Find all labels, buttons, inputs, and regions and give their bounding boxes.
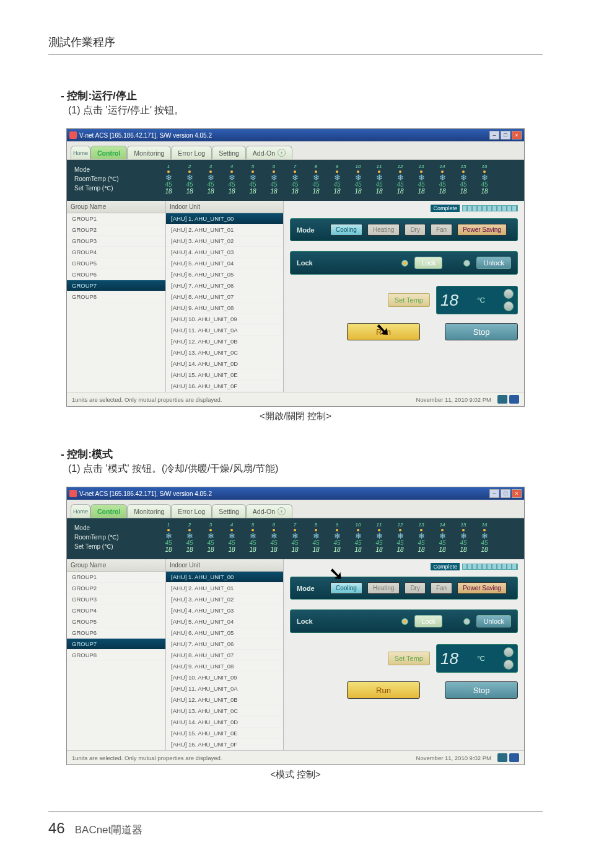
unit-row[interactable]: [AHU] 14. AHU_UNIT_0D <box>166 358 283 370</box>
unit-row[interactable]: [AHU] 14. AHU_UNIT_0D <box>166 717 283 728</box>
unlock-radio[interactable] <box>463 260 470 267</box>
mode-dry-button[interactable]: Dry <box>405 582 426 594</box>
lock-radio[interactable] <box>401 260 408 267</box>
lock-button[interactable]: Lock <box>414 257 442 269</box>
lock-radio[interactable] <box>401 618 408 625</box>
tab-monitoring[interactable]: Monitoring <box>127 146 171 159</box>
group-row[interactable]: GROUP8 <box>67 650 165 661</box>
mode-cooling-button[interactable]: Cooling <box>330 224 362 236</box>
unit-row[interactable]: [AHU] 5. AHU_UNIT_04 <box>166 616 283 627</box>
plus-icon[interactable]: + <box>278 507 286 515</box>
unit-row[interactable]: [AHU] 13. AHU_UNIT_0C <box>166 706 283 717</box>
group-row[interactable]: GROUP3 <box>67 236 165 247</box>
group-row[interactable]: GROUP5 <box>67 616 165 627</box>
unit-row[interactable]: [AHU] 11. AHU_UNIT_0A <box>166 325 283 336</box>
mode-cooling-button[interactable]: Cooling <box>330 582 362 594</box>
unit-index: 8 <box>315 164 317 169</box>
unit-row[interactable]: [AHU] 1. AHU_UNIT_00 <box>166 572 283 583</box>
unlock-button[interactable]: Unlock <box>476 615 511 627</box>
mode-panel-label: Mode <box>297 226 325 234</box>
unit-row[interactable]: [AHU] 13. AHU_UNIT_0C <box>166 347 283 358</box>
unit-row[interactable]: [AHU] 4. AHU_UNIT_03 <box>166 247 283 258</box>
group-row[interactable]: GROUP1 <box>67 572 165 583</box>
unit-row[interactable]: [AHU] 5. AHU_UNIT_04 <box>166 258 283 269</box>
unit-row[interactable]: [AHU] 6. AHU_UNIT_05 <box>166 269 283 280</box>
unit-row[interactable]: [AHU] 1. AHU_UNIT_00 <box>166 213 283 224</box>
unit-row[interactable]: [AHU] 4. AHU_UNIT_03 <box>166 605 283 616</box>
group-row[interactable]: GROUP7 <box>67 639 165 650</box>
minimize-button[interactable]: – <box>489 489 499 498</box>
unit-row[interactable]: [AHU] 16. AHU_UNIT_0F <box>166 381 283 392</box>
strip-unit-col: 2❄4518 <box>181 164 198 195</box>
unit-row[interactable]: [AHU] 12. AHU_UNIT_0B <box>166 694 283 706</box>
mode-fan-button[interactable]: Fan <box>431 582 452 594</box>
tab-setting[interactable]: Setting <box>212 504 246 518</box>
unit-row[interactable]: [AHU] 15. AHU_UNIT_0E <box>166 728 283 739</box>
tab-home[interactable]: Home <box>71 146 90 159</box>
tab-addon[interactable]: Add-On+ <box>246 146 292 159</box>
mode-heating-button[interactable]: Heating <box>367 582 400 594</box>
group-row[interactable]: GROUP5 <box>67 258 165 269</box>
unlock-radio[interactable] <box>463 618 470 625</box>
close-button[interactable]: × <box>512 131 522 140</box>
tab-error-log[interactable]: Error Log <box>171 504 212 518</box>
group-row[interactable]: GROUP6 <box>67 627 165 639</box>
maximize-button[interactable]: □ <box>501 489 510 498</box>
run-button[interactable]: Run <box>347 323 420 340</box>
mode-fan-button[interactable]: Fan <box>431 224 452 236</box>
group-row[interactable]: GROUP7 <box>67 280 165 291</box>
group-row[interactable]: GROUP1 <box>67 213 165 224</box>
temp-down-button[interactable] <box>504 301 514 311</box>
snowflake-icon: ❄ <box>292 533 299 539</box>
group-row[interactable]: GROUP4 <box>67 247 165 258</box>
unit-row[interactable]: [AHU] 6. AHU_UNIT_05 <box>166 627 283 639</box>
close-button[interactable]: × <box>512 489 522 498</box>
mode-dry-button[interactable]: Dry <box>405 224 426 236</box>
unit-row[interactable]: [AHU] 9. AHU_UNIT_08 <box>166 661 283 672</box>
mode-powersaving-button[interactable]: Power Saving <box>457 224 507 236</box>
temp-down-button[interactable] <box>504 660 514 670</box>
run-button[interactable]: Run <box>347 681 420 699</box>
group-row[interactable]: GROUP3 <box>67 594 165 605</box>
unit-row[interactable]: [AHU] 8. AHU_UNIT_07 <box>166 291 283 303</box>
group-row[interactable]: GROUP8 <box>67 291 165 303</box>
unit-row[interactable]: [AHU] 7. AHU_UNIT_06 <box>166 280 283 291</box>
unit-row[interactable]: [AHU] 3. AHU_UNIT_02 <box>166 236 283 247</box>
maximize-button[interactable]: □ <box>501 131 510 140</box>
group-row[interactable]: GROUP2 <box>67 583 165 594</box>
stop-button[interactable]: Stop <box>445 323 518 340</box>
unit-row[interactable]: [AHU] 15. AHU_UNIT_0E <box>166 370 283 381</box>
set-temp-button[interactable]: Set Temp <box>388 293 430 307</box>
tab-home[interactable]: Home <box>71 504 90 518</box>
unit-row[interactable]: [AHU] 11. AHU_UNIT_0A <box>166 683 283 694</box>
minimize-button[interactable]: – <box>489 131 499 140</box>
unit-row[interactable]: [AHU] 7. AHU_UNIT_06 <box>166 639 283 650</box>
lock-button[interactable]: Lock <box>414 615 442 627</box>
group-row[interactable]: GROUP6 <box>67 269 165 280</box>
unit-row[interactable]: [AHU] 12. AHU_UNIT_0B <box>166 336 283 347</box>
unit-row[interactable]: [AHU] 2. AHU_UNIT_01 <box>166 224 283 236</box>
temp-up-button[interactable] <box>504 289 514 299</box>
tab-error-log[interactable]: Error Log <box>171 146 212 159</box>
tab-control[interactable]: Control <box>90 504 127 518</box>
unit-row[interactable]: [AHU] 2. AHU_UNIT_01 <box>166 583 283 594</box>
group-row[interactable]: GROUP4 <box>67 605 165 616</box>
tab-control[interactable]: Control <box>90 146 127 159</box>
tab-addon[interactable]: Add-On+ <box>246 504 292 518</box>
mode-heating-button[interactable]: Heating <box>367 224 400 236</box>
tab-setting[interactable]: Setting <box>212 146 246 159</box>
temp-up-button[interactable] <box>504 647 514 657</box>
unit-row[interactable]: [AHU] 16. AHU_UNIT_0F <box>166 739 283 750</box>
unit-row[interactable]: [AHU] 10. AHU_UNIT_09 <box>166 672 283 683</box>
plus-icon[interactable]: + <box>278 149 286 157</box>
group-row[interactable]: GROUP2 <box>67 224 165 236</box>
unlock-button[interactable]: Unlock <box>476 257 511 269</box>
stop-button[interactable]: Stop <box>445 681 518 699</box>
unit-row[interactable]: [AHU] 3. AHU_UNIT_02 <box>166 594 283 605</box>
set-temp-button[interactable]: Set Temp <box>388 652 430 665</box>
mode-powersaving-button[interactable]: Power Saving <box>457 582 507 594</box>
unit-row[interactable]: [AHU] 9. AHU_UNIT_08 <box>166 303 283 314</box>
unit-row[interactable]: [AHU] 10. AHU_UNIT_09 <box>166 314 283 325</box>
unit-row[interactable]: [AHU] 8. AHU_UNIT_07 <box>166 650 283 661</box>
tab-monitoring[interactable]: Monitoring <box>127 504 171 518</box>
